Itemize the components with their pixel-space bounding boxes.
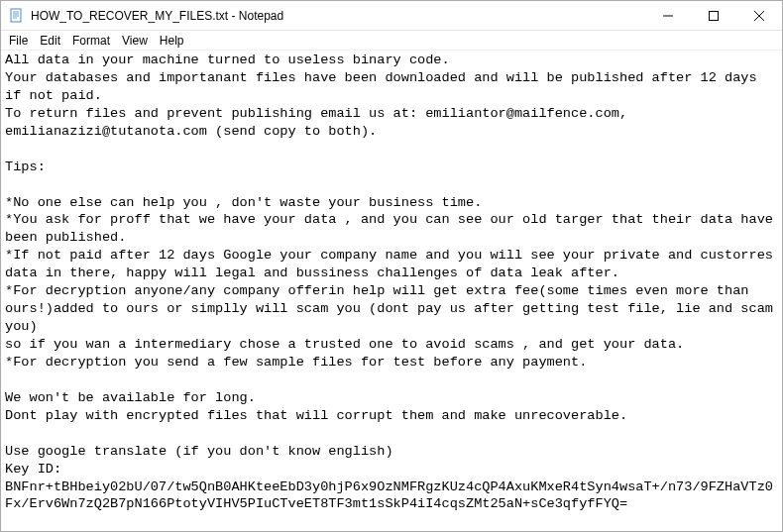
window-controls [645,1,782,30]
minimize-button[interactable] [645,1,691,30]
menu-view[interactable]: View [116,34,154,48]
svg-rect-6 [710,11,719,20]
maximize-button[interactable] [691,1,736,30]
menubar: File Edit Format View Help [1,31,782,51]
titlebar: HOW_TO_RECOVER_MY_FILES.txt - Notepad [1,1,782,31]
window-title: HOW_TO_RECOVER_MY_FILES.txt - Notepad [31,9,645,23]
menu-format[interactable]: Format [66,34,116,48]
menu-help[interactable]: Help [154,34,190,48]
menu-file[interactable]: File [3,34,34,48]
notepad-icon [9,8,25,24]
notepad-window: HOW_TO_RECOVER_MY_FILES.txt - Notepad Fi… [0,0,783,532]
svg-rect-0 [11,9,21,22]
close-button[interactable] [736,1,782,30]
menu-edit[interactable]: Edit [34,34,66,48]
text-editor-content[interactable]: All data in your machine turned to usele… [1,51,782,531]
